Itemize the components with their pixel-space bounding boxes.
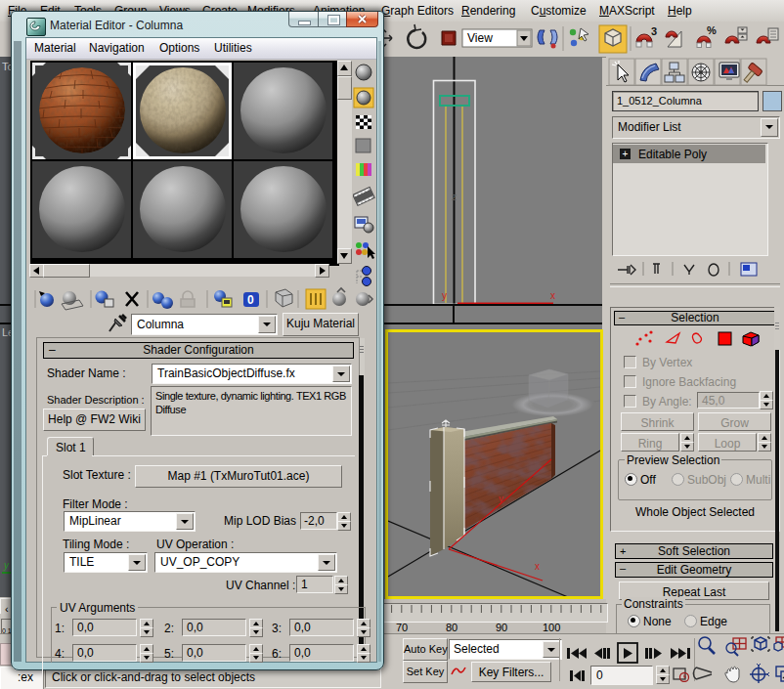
svg-text:View: View xyxy=(467,31,493,45)
svg-text:y: y xyxy=(499,494,503,504)
svg-text:%: % xyxy=(707,24,717,36)
svg-text:3: 3 xyxy=(651,25,657,37)
svg-text:90: 90 xyxy=(496,622,507,633)
svg-text:70: 70 xyxy=(396,622,408,633)
svg-text:80: 80 xyxy=(446,622,457,633)
svg-text:z: z xyxy=(452,192,457,202)
svg-text:y: y xyxy=(442,290,447,301)
svg-text:0: 0 xyxy=(247,293,254,307)
svg-text:x: x xyxy=(535,561,540,572)
svg-text:100: 100 xyxy=(543,622,560,633)
svg-text:x: x xyxy=(550,290,555,301)
